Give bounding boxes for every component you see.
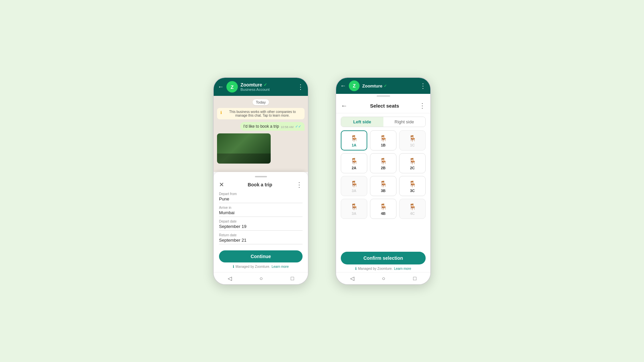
more-icon-2[interactable]: ⋮ — [420, 82, 426, 90]
seat-row-1: 🪑 1A 🪑 1B 🪑 1C — [341, 130, 426, 150]
seat-3A-top-label: 3A — [352, 189, 356, 193]
seat-3B-label: 3B — [381, 189, 385, 193]
learn-more-link[interactable]: Learn more — [272, 265, 289, 268]
continue-button[interactable]: Continue — [219, 250, 303, 262]
seat-4C-icon: 🪑 — [409, 203, 416, 210]
side-tabs: Left side Right side — [341, 117, 426, 127]
app-name-2: Zoomture ✓ — [362, 83, 417, 88]
seat-4B-label: 4B — [381, 212, 385, 216]
seat-screen-header: ← Select seats ⋮ — [336, 98, 430, 113]
seat-3A-bot-icon: 🪑 — [351, 203, 358, 210]
depart-from-label: Depart from — [219, 192, 303, 196]
square-nav-button-2[interactable]: □ — [413, 276, 417, 282]
sheet-more-icon[interactable]: ⋮ — [296, 181, 303, 189]
tick-icon: ✓✓ — [295, 124, 301, 129]
seat-1C-label: 1C — [410, 143, 415, 147]
learn-more-link-2[interactable]: Learn more — [394, 267, 411, 270]
depart-from-value[interactable]: Pune — [219, 196, 303, 203]
sheet-handle — [255, 176, 267, 177]
verified-icon-2: ✓ — [384, 84, 387, 88]
seat-1B-icon: 🪑 — [380, 135, 387, 142]
seat-3B[interactable]: 🪑 3B — [370, 176, 396, 196]
seat-3A-bot-label: 3A — [352, 212, 356, 216]
seat-1C-icon: 🪑 — [409, 135, 416, 142]
seat-1B[interactable]: 🪑 1B — [370, 130, 396, 150]
seat-row-2: 🪑 2A 🪑 2B 🪑 2C — [341, 153, 426, 173]
seat-2A[interactable]: 🪑 2A — [341, 153, 367, 173]
seat-3A-top-icon: 🪑 — [351, 180, 358, 188]
back-icon[interactable]: ← — [218, 83, 224, 90]
seat-2A-label: 2A — [352, 166, 356, 170]
seat-2C-icon: 🪑 — [409, 158, 416, 165]
phone-2: ← Z Zoomture ✓ ⋮ ← Select seats ⋮ Left s… — [335, 77, 431, 285]
seat-1A-label: 1A — [352, 143, 356, 147]
trip-image — [217, 133, 271, 164]
app-name: Zoomture ✓ — [240, 82, 294, 87]
seat-1A-icon: 🪑 — [351, 135, 358, 142]
date-badge: Today — [253, 99, 269, 105]
header-info-2: Zoomture ✓ — [362, 83, 417, 88]
home-nav-button-2[interactable]: ○ — [382, 276, 385, 282]
sheet-header: ✕ Book a trip ⋮ — [219, 181, 303, 189]
seat-4B[interactable]: 🪑 4B — [370, 199, 396, 219]
seat-2B[interactable]: 🪑 2B — [370, 153, 396, 173]
seat-3C-label: 3C — [410, 189, 415, 193]
arrive-in-value[interactable]: Mumbai — [219, 210, 303, 217]
wa-header: ← Z Zoomture ✓ Business Account ⋮ — [214, 78, 308, 96]
drag-handle — [377, 96, 390, 97]
seat-row-3: 🪑 3A 🪑 3B 🪑 3C — [341, 176, 426, 196]
depart-date-value[interactable]: September 19 — [219, 224, 303, 231]
home-nav-button[interactable]: ○ — [260, 276, 263, 282]
seat-back-button[interactable]: ← — [341, 102, 347, 110]
info-icon: ℹ — [220, 110, 222, 115]
info-icon-2: ℹ — [233, 264, 234, 269]
left-side-tab[interactable]: Left side — [341, 117, 383, 127]
depart-from-field: Depart from Pune — [219, 192, 303, 203]
wa-header-2: ← Z Zoomture ✓ ⋮ — [336, 78, 430, 94]
seat-2C[interactable]: 🪑 2C — [399, 153, 426, 173]
managed-text: ℹ Managed by Zoomture. Learn more — [219, 264, 303, 269]
android-nav-2: ◁ ○ □ — [336, 272, 430, 284]
seat-row-4: 🪑 3A 🪑 4B 🪑 4C — [341, 199, 426, 219]
more-icon[interactable]: ⋮ — [297, 83, 304, 91]
back-icon-2[interactable]: ← — [340, 82, 346, 89]
seat-4C: 🪑 4C — [399, 199, 426, 219]
return-date-value[interactable]: September 21 — [219, 238, 303, 244]
bubble-time: 10:58 AM — [281, 125, 293, 129]
seat-3A-top: 🪑 3A — [341, 176, 367, 196]
square-nav-button[interactable]: □ — [291, 276, 294, 282]
chat-area: Today ℹ This business works with other c… — [214, 96, 308, 172]
seat-4B-icon: 🪑 — [380, 203, 387, 210]
seat-3C[interactable]: 🪑 3C — [399, 176, 426, 196]
business-label: Business Account — [240, 87, 294, 92]
verified-icon: ✓ — [264, 82, 267, 87]
seat-3A-bot: 🪑 3A — [341, 199, 367, 219]
back-nav-button[interactable]: ◁ — [228, 275, 232, 282]
arrive-in-field: Arrive in Mumbai — [219, 206, 303, 217]
seat-4C-label: 4C — [410, 212, 415, 216]
depart-date-field: Depart date September 19 — [219, 220, 303, 231]
status-handle-bar — [336, 94, 430, 98]
seat-1A[interactable]: 🪑 1A — [341, 130, 367, 150]
info-banner: ℹ This business works with other compani… — [217, 108, 305, 119]
chat-bubble: I'd like to book a trip 10:58 AM ✓✓ — [240, 122, 305, 131]
seat-2A-icon: 🪑 — [351, 158, 358, 165]
avatar: Z — [226, 81, 238, 93]
phone-1: ← Z Zoomture ✓ Business Account ⋮ Today … — [213, 77, 309, 285]
right-side-tab[interactable]: Right side — [383, 117, 426, 127]
confirm-selection-button[interactable]: Confirm selection — [341, 252, 426, 264]
seat-more-icon[interactable]: ⋮ — [419, 102, 426, 110]
header-info: Zoomture ✓ Business Account — [240, 82, 294, 92]
seat-grid: 🪑 1A 🪑 1B 🪑 1C 🪑 2A 🪑 2B 🪑 — [336, 130, 430, 250]
close-button[interactable]: ✕ — [219, 181, 224, 188]
arrive-in-label: Arrive in — [219, 206, 303, 209]
seat-screen-title: Select seats — [350, 103, 419, 109]
back-nav-button-2[interactable]: ◁ — [350, 275, 354, 282]
managed-text-2: ℹ Managed by Zoomture. Learn more — [336, 266, 430, 271]
info-icon-3: ℹ — [355, 266, 357, 271]
depart-date-label: Depart date — [219, 220, 303, 223]
seat-2C-label: 2C — [410, 166, 415, 170]
return-date-label: Return date — [219, 233, 303, 237]
seat-2B-label: 2B — [381, 166, 385, 170]
seat-2B-icon: 🪑 — [380, 158, 387, 165]
